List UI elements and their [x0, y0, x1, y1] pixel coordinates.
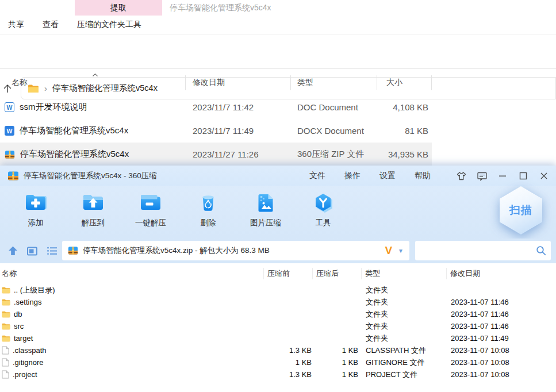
- entry-name: .project: [13, 370, 37, 379]
- archive-entry-row[interactable]: .classpath1.3 KB1 KBCLASSPATH 文件2023-11-…: [0, 344, 556, 356]
- file-row[interactable]: W停车场智能化管理系统v5c4x2023/11/7 11:49DOCX Docu…: [0, 119, 432, 143]
- archive-entry-row[interactable]: target文件夹2023-11-07 11:49: [0, 332, 556, 344]
- toolbar-button-one-click-extract[interactable]: 一键解压: [123, 186, 178, 239]
- column-divider[interactable]: [377, 75, 377, 90]
- up-level-icon[interactable]: [7, 245, 18, 257]
- entry-name-cell: .project: [0, 370, 267, 379]
- entry-name: .classpath: [13, 346, 47, 355]
- entry-name-cell: .. (上级目录): [0, 285, 267, 295]
- image-compress-icon: [253, 190, 278, 216]
- zip-menu-item-1[interactable]: 操作: [344, 171, 361, 181]
- close-icon[interactable]: [536, 168, 551, 183]
- archive-entry-row[interactable]: .project1.3 KB1 KBPROJECT 文件2023-11-07 1…: [0, 368, 556, 381]
- toolbar-button-label: 图片压缩: [250, 218, 281, 228]
- explorer-list-header: 名称 修改日期 类型 大小: [0, 73, 432, 93]
- zip-menubar: 文件操作设置帮助: [309, 166, 431, 186]
- file-size: 4,108 KB: [377, 102, 432, 112]
- zip-column-size-before[interactable]: 压缩前: [267, 263, 312, 284]
- zip-menu-item-3[interactable]: 帮助: [415, 171, 431, 181]
- zip-column-size-after[interactable]: 压缩后: [312, 263, 358, 284]
- explorer-window-title: 停车场智能化管理系统v5c4x: [170, 0, 271, 16]
- entry-size-after: 1 KB: [312, 346, 358, 355]
- tab-extract[interactable]: 提取: [75, 0, 162, 16]
- search-input[interactable]: [415, 241, 551, 260]
- maximize-icon[interactable]: [516, 168, 531, 183]
- toolbar-button-extract-to[interactable]: 解压到: [66, 186, 121, 239]
- archive-entry-row[interactable]: .. (上级目录)文件夹: [0, 284, 556, 296]
- list-view-icon[interactable]: [46, 245, 57, 257]
- word-doc-outline-icon: W: [5, 102, 14, 112]
- entry-type: GITIGNORE 文件: [365, 358, 450, 368]
- zip-column-date[interactable]: 修改日期: [450, 263, 556, 284]
- entry-name: .. (上级目录): [14, 285, 55, 295]
- skin-icon[interactable]: [454, 168, 469, 183]
- archive-entry-row[interactable]: db文件夹2023-11-07 11:46: [0, 308, 556, 320]
- feedback-icon[interactable]: [474, 168, 489, 183]
- zip-menu-item-0[interactable]: 文件: [309, 171, 325, 181]
- column-divider[interactable]: [290, 75, 291, 90]
- entry-date: 2023-11-07 11:46: [450, 298, 556, 306]
- entry-date: 2023-11-07 11:46: [450, 310, 556, 318]
- archive-entry-row[interactable]: src文件夹2023-11-07 11:46: [0, 320, 556, 332]
- zip-menu-item-2[interactable]: 设置: [379, 171, 396, 181]
- scan-button[interactable]: 扫描: [500, 186, 542, 235]
- dropdown-caret-icon[interactable]: ▼: [398, 248, 404, 254]
- explorer-menu-item-0[interactable]: 共享: [8, 20, 24, 30]
- sort-ascending-icon[interactable]: [92, 73, 98, 77]
- file-row[interactable]: 停车场智能化管理系统v5c4x2023/11/27 11:26360压缩 ZIP…: [0, 143, 432, 166]
- column-divider[interactable]: [431, 75, 432, 90]
- add-icon: [23, 190, 48, 216]
- toolbar-button-label: 工具: [316, 218, 331, 228]
- folder-yellow-icon: [2, 323, 10, 330]
- minimize-icon[interactable]: [495, 168, 510, 183]
- column-divider[interactable]: [312, 268, 313, 279]
- entry-date: 2023-11-07 10:08: [450, 346, 556, 355]
- archive-entry-row[interactable]: .settings文件夹2023-11-07 11:46: [0, 296, 556, 308]
- svg-text:W: W: [7, 104, 13, 111]
- entry-type: 文件夹: [365, 297, 450, 308]
- entry-name: src: [14, 322, 24, 330]
- file-page-icon: [2, 358, 9, 367]
- entry-date: 2023-11-07 11:49: [450, 334, 556, 343]
- entry-name-cell: src: [0, 322, 267, 330]
- zip-list-header: 名称 压缩前 压缩后 类型 修改日期: [0, 263, 556, 284]
- file-type: DOCX Document: [290, 126, 377, 136]
- explorer-menu-item-2[interactable]: 压缩的文件夹工具: [77, 20, 141, 30]
- entry-size-after: 1 KB: [312, 370, 358, 379]
- zip-column-name[interactable]: 名称: [0, 263, 267, 284]
- v-logo-icon[interactable]: V: [385, 244, 392, 257]
- search-box: [415, 241, 551, 260]
- folder-yellow-icon: [2, 299, 10, 306]
- archive-path-bar[interactable]: 停车场智能化管理系统v5c4x.zip - 解包大小为 68.3 MB V ▼: [62, 241, 409, 260]
- toolbar-button-delete[interactable]: 删除: [181, 186, 236, 239]
- entry-name-cell: .gitignore: [0, 358, 267, 367]
- file-row[interactable]: Wssm开发环境说明2023/11/7 11:42DOC Document4,1…: [0, 95, 432, 119]
- toolbar-button-label: 一键解压: [135, 218, 166, 228]
- column-divider[interactable]: [185, 75, 186, 90]
- folder-yellow-icon: [2, 335, 10, 342]
- archive-entry-row[interactable]: .gitignore1 KB1 KBGITIGNORE 文件2023-11-07…: [0, 356, 556, 368]
- column-header-size[interactable]: 大小: [377, 73, 432, 93]
- zip-column-type[interactable]: 类型: [365, 263, 450, 284]
- file-name: 停车场智能化管理系统v5c4x: [20, 125, 128, 136]
- toolbar-button-add[interactable]: 添加: [8, 186, 63, 239]
- entry-type: 文件夹: [365, 321, 450, 332]
- file-date: 2023/11/27 11:26: [185, 149, 290, 159]
- column-divider[interactable]: [446, 268, 447, 279]
- zip-toolbar: 添加解压到一键解压删除图片压缩工具: [0, 186, 556, 239]
- column-divider[interactable]: [263, 268, 264, 279]
- panel-view-icon[interactable]: [26, 245, 38, 257]
- entry-name-cell: target: [0, 334, 267, 343]
- entry-size-before: 1 KB: [267, 358, 312, 367]
- column-divider[interactable]: [361, 268, 362, 279]
- column-header-type[interactable]: 类型: [290, 73, 377, 93]
- file-size: 34,935 KB: [377, 149, 432, 159]
- column-header-date[interactable]: 修改日期: [185, 73, 290, 93]
- zip-file-list-panel: 名称 压缩前 压缩后 类型 修改日期 .. (上级目录)文件夹.settings…: [0, 263, 556, 392]
- toolbar-button-image-compress[interactable]: 图片压缩: [238, 186, 293, 239]
- toolbar-button-tools[interactable]: 工具: [296, 186, 351, 239]
- extract-to-icon: [80, 190, 106, 216]
- explorer-menu-item-1[interactable]: 查看: [43, 20, 59, 30]
- zip-app-window: 停车场智能化管理系统v5c4x - 360压缩 文件操作设置帮助 添加解压到一键…: [0, 166, 556, 392]
- explorer-file-list: Wssm开发环境说明2023/11/7 11:42DOC Document4,1…: [0, 95, 432, 166]
